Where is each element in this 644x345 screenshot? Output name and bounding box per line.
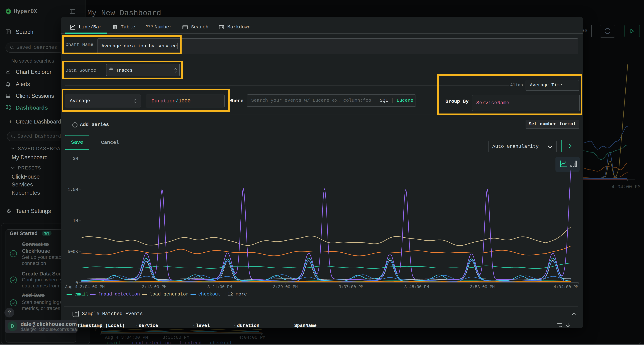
svg-text:4:04:00 PM: 4:04:00 PM <box>554 285 578 289</box>
svg-text:1.5M: 1.5M <box>68 187 78 192</box>
svg-text:3:53:00 PM: 3:53:00 PM <box>470 285 495 289</box>
svg-text:1M: 1M <box>73 218 78 223</box>
svg-text:0: 0 <box>95 328 98 333</box>
svg-text:3:37:00 PM: 3:37:00 PM <box>339 285 363 289</box>
svg-text:2M: 2M <box>73 156 78 161</box>
svg-text:3:21:00 PM: 3:21:00 PM <box>207 285 232 289</box>
svg-text:3:29:00 PM: 3:29:00 PM <box>273 285 298 289</box>
svg-text:3:45:00 PM: 3:45:00 PM <box>404 285 429 289</box>
svg-text:3:13:00 PM: 3:13:00 PM <box>142 285 166 289</box>
svg-text:0: 0 <box>76 281 78 285</box>
svg-text:Aug 4 3:04:00 PM: Aug 4 3:04:00 PM <box>65 285 105 289</box>
svg-text:500K: 500K <box>68 249 78 254</box>
svg-text:4:04:00 PM: 4:04:00 PM <box>612 184 640 190</box>
